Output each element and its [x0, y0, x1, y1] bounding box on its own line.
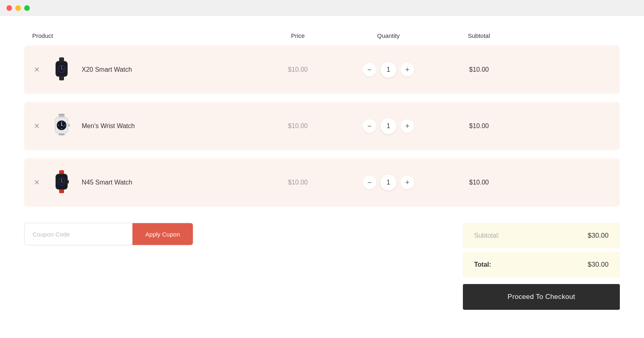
checkout-button[interactable]: Proceed To Checkout	[463, 284, 620, 310]
item-subtotal: $10.00	[439, 66, 519, 73]
quantity-value: 1	[380, 118, 396, 134]
svg-rect-33	[68, 180, 69, 184]
table-row: ✕	[24, 102, 620, 150]
svg-rect-25	[59, 189, 64, 193]
item-quantity: − 1 +	[338, 118, 439, 134]
subtotal-row: Subtotal: $30.00	[463, 223, 620, 249]
svg-rect-1	[59, 76, 64, 81]
coupon-input[interactable]	[25, 223, 132, 245]
remove-item-button[interactable]: ✕	[32, 177, 41, 188]
quantity-value: 1	[380, 174, 396, 191]
remove-item-button[interactable]: ✕	[32, 121, 41, 131]
item-quantity: − 1 +	[338, 174, 439, 191]
quantity-decrease-button[interactable]: −	[363, 63, 376, 77]
main-content: Product Price Quantity Subtotal ✕	[0, 16, 644, 338]
item-product-1: ✕	[24, 113, 258, 139]
quantity-decrease-button[interactable]: −	[363, 119, 376, 133]
svg-point-23	[61, 125, 62, 126]
title-bar	[0, 0, 644, 16]
watch-image-icon	[50, 57, 74, 83]
coupon-section: Apply Cupon	[24, 223, 193, 245]
close-button[interactable]	[6, 5, 12, 11]
svg-rect-0	[59, 58, 64, 62]
maximize-button[interactable]	[24, 5, 30, 11]
svg-rect-9	[59, 115, 65, 117]
svg-point-7	[61, 68, 62, 69]
quantity-increase-button[interactable]: +	[400, 63, 414, 77]
watch-image-icon	[50, 113, 74, 139]
quantity-value: 1	[380, 62, 396, 78]
cart-items-container: ✕ X20 Smart Watch $10.00 −	[24, 46, 620, 215]
header-quantity: Quantity	[338, 32, 439, 39]
total-label: Total:	[474, 261, 491, 268]
remove-item-button[interactable]: ✕	[32, 64, 41, 75]
total-row: Total: $30.00	[463, 252, 620, 278]
total-value: $30.00	[588, 261, 609, 269]
header-price: Price	[258, 32, 338, 39]
item-price: $10.00	[258, 122, 338, 130]
header-product: Product	[24, 32, 258, 39]
item-name: Men's Wrist Watch	[82, 122, 135, 130]
svg-rect-24	[59, 170, 64, 175]
table-row: ✕ X20 Smart Watch $10.00 −	[24, 46, 620, 94]
item-subtotal: $10.00	[439, 122, 519, 130]
quantity-increase-button[interactable]: +	[400, 176, 414, 189]
subtotal-value: $30.00	[588, 232, 609, 240]
header-subtotal: Subtotal	[439, 32, 519, 39]
item-product-0: ✕ X20 Smart Watch	[24, 57, 258, 83]
bottom-section: Apply Cupon Subtotal: $30.00 Total: $30.…	[24, 223, 620, 310]
svg-rect-8	[59, 114, 65, 116]
minimize-button[interactable]	[15, 5, 21, 11]
svg-point-32	[61, 181, 62, 182]
quantity-decrease-button[interactable]: −	[363, 176, 376, 189]
item-quantity: − 1 +	[338, 62, 439, 78]
item-name: X20 Smart Watch	[82, 66, 132, 73]
table-header: Product Price Quantity Subtotal	[24, 32, 620, 46]
apply-coupon-button[interactable]: Apply Cupon	[132, 223, 193, 245]
svg-rect-14	[68, 124, 70, 126]
quantity-increase-button[interactable]: +	[400, 119, 414, 133]
item-product-2: ✕ N45 Smart Watch	[24, 170, 258, 195]
watch-image-icon	[50, 170, 74, 195]
item-subtotal: $10.00	[439, 179, 519, 186]
subtotal-label: Subtotal:	[474, 232, 500, 239]
item-price: $10.00	[258, 179, 338, 186]
table-row: ✕ N45 Smart Watch	[24, 158, 620, 207]
totals-section: Subtotal: $30.00 Total: $30.00 Proceed T…	[463, 223, 620, 310]
item-name: N45 Smart Watch	[82, 179, 132, 186]
item-price: $10.00	[258, 66, 338, 73]
svg-rect-10	[59, 134, 65, 135]
